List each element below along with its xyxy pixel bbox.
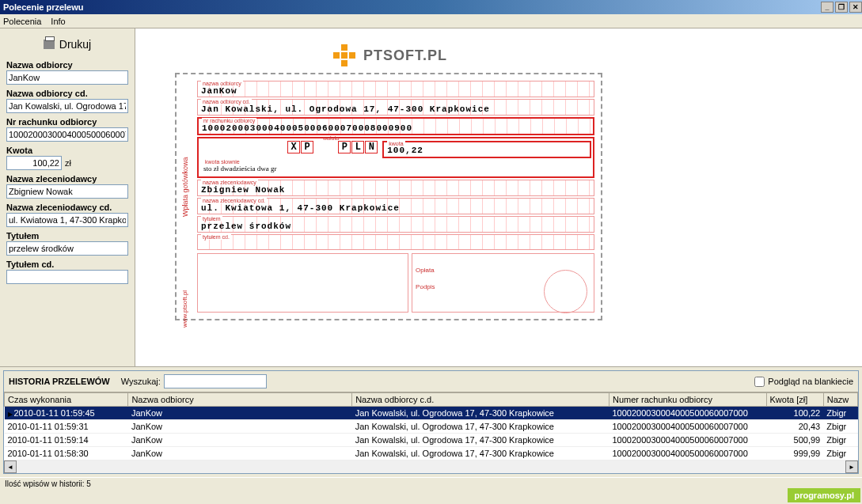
horizontal-scrollbar[interactable]: ◄ ► — [4, 460, 858, 473]
wplata-label: Wpłata gotówkowa — [181, 157, 189, 217]
preview-panel: PTSOFT.PL Wpłata gotówkowa www.ptsoft.pl… — [135, 28, 862, 366]
label-kwota: Kwota — [6, 146, 128, 155]
statusbar: Ilość wpisów w historii: 5 — [0, 477, 862, 491]
label-nazwa-zlec-cd: Nazwa zleceniodawcy cd. — [6, 203, 128, 212]
slip-kwota: kwota 100,22 — [382, 141, 591, 158]
input-tytulem[interactable] — [6, 241, 128, 256]
titlebar: Polecenie przelewu _ ❐ ✕ — [0, 0, 862, 14]
table-row[interactable]: 2010-01-11 01:58:30JanKowJan Kowalski, u… — [5, 447, 858, 460]
window-title: Polecenie przelewu — [3, 2, 83, 12]
input-kwota[interactable] — [6, 156, 62, 170]
slip-mid-row: X P waluta P L N kwota 100,22 — [200, 141, 591, 158]
slip-tytulem-cd: tytułem cd. — [197, 234, 594, 250]
status-text: Ilość wpisów w historii: 5 — [5, 479, 91, 488]
waluta-l: L — [351, 141, 364, 153]
label-nazwa-odbiorcy-cd: Nazwa odbiorcy cd. — [6, 89, 128, 98]
waluta-n: N — [365, 141, 378, 153]
menubar: Polecenia Info — [0, 14, 862, 28]
history-panel: HISTORIA PRZELEWÓW Wyszukaj: Podgląd na … — [0, 366, 862, 474]
input-nazwa-odbiorcy-cd[interactable] — [6, 99, 128, 113]
input-tytulem-cd[interactable] — [6, 270, 128, 284]
print-button[interactable]: Drukuj — [6, 35, 128, 54]
search-input[interactable] — [164, 374, 267, 388]
history-table[interactable]: Czas wykonaniaNazwa odbiorcyNazwa odbior… — [4, 392, 858, 460]
maximize-button[interactable]: ❐ — [835, 2, 848, 13]
scroll-right-icon[interactable]: ► — [845, 460, 858, 473]
history-title: HISTORIA PRZELEWÓW — [9, 377, 110, 386]
slip-nr-rachunku: nr rachunku odbiorcy 1000200030004000500… — [197, 117, 594, 135]
table-header[interactable]: Czas wykonania — [5, 393, 128, 407]
slip-nazwa-zlec-cd: nazwa zleceniodawcy cd. ul. Kwiatowa 1, … — [197, 198, 594, 214]
table-row[interactable]: 2010-01-11 01:59:14JanKowJan Kowalski, u… — [5, 434, 858, 447]
table-header[interactable]: Kwota [zł] — [766, 393, 823, 407]
transfer-slip: Wpłata gotówkowa www.ptsoft.pl nazwa odb… — [175, 73, 602, 320]
kwota-suffix: zł — [65, 158, 71, 168]
stamp-box — [197, 253, 408, 313]
logo: PTSOFT.PL — [333, 44, 862, 66]
minimize-button[interactable]: _ — [821, 2, 834, 13]
preview-checkbox-label: Podgląd na blankiecie — [768, 377, 853, 386]
menu-item-polecenia[interactable]: Polecenia — [3, 17, 41, 26]
label-nazwa-odbiorcy: Nazwa odbiorcy — [6, 60, 128, 70]
printer-icon — [44, 40, 55, 49]
label-tytulem: Tytułem — [6, 231, 128, 241]
table-header[interactable]: Numer rachunku odbiorcy — [609, 393, 766, 407]
stamp-circle-icon — [544, 270, 587, 313]
input-nr-rachunku[interactable] — [6, 127, 128, 142]
menu-item-info[interactable]: Info — [51, 17, 65, 26]
waluta-p: P — [338, 141, 351, 153]
table-header[interactable]: Nazwa odbiorcy — [128, 393, 352, 407]
table-row[interactable]: 2010-01-11 01:59:31JanKowJan Kowalski, u… — [5, 420, 858, 434]
close-button[interactable]: ✕ — [849, 2, 862, 13]
logo-text: PTSOFT.PL — [363, 47, 447, 64]
slip-nazwa-odbiorcy-cd: nazwa odbiorcy cd. Jan Kowalski, ul. Ogr… — [197, 99, 594, 116]
table-header[interactable]: Nazw — [823, 393, 857, 407]
preview-checkbox[interactable] — [754, 377, 765, 387]
box-x: X — [287, 141, 300, 153]
signature-box: Opłata Podpis — [412, 253, 594, 313]
slip-tytulem: tytułem przelew środków — [197, 216, 594, 233]
input-nazwa-odbiorcy[interactable] — [6, 70, 128, 85]
search-label: Wyszukaj: — [121, 377, 161, 386]
table-row[interactable]: 2010-01-11 01:59:45JanKowJan Kowalski, u… — [5, 407, 858, 420]
input-nazwa-zlec-cd[interactable] — [6, 213, 128, 227]
slip-nazwa-odbiorcy: nazwa odbiorcy JanKow — [197, 81, 594, 97]
label-nazwa-zlec: Nazwa zleceniodawcy — [6, 174, 128, 184]
input-nazwa-zlec[interactable] — [6, 184, 128, 199]
site-label: www.ptsoft.pl — [181, 290, 188, 328]
slip-kwota-slownie: kwota słownie sto zł dwadzieścia dwa gr — [200, 160, 591, 174]
box-p: P — [301, 141, 313, 153]
label-tytulem-cd: Tytułem cd. — [6, 260, 128, 269]
slip-nazwa-zlec: nazwa zleceniodawcy Zbigniew Nowak — [197, 180, 594, 196]
scroll-left-icon[interactable]: ◄ — [4, 460, 17, 473]
watermark: programosy.pl — [788, 488, 860, 491]
label-nr-rachunku: Nr rachunku odbiorcy — [6, 117, 128, 127]
table-header[interactable]: Nazwa odbiorcy c.d. — [352, 393, 609, 407]
sidebar: Drukuj Nazwa odbiorcy Nazwa odbiorcy cd.… — [0, 28, 135, 366]
logo-icon — [333, 44, 355, 66]
